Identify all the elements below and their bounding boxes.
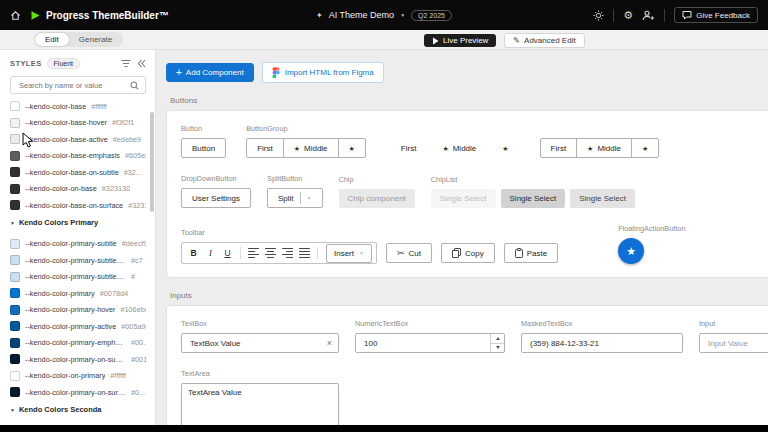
token-search-input[interactable] — [17, 80, 126, 91]
cut-button[interactable]: ✂ Cut — [386, 243, 432, 263]
divider — [664, 9, 665, 22]
invite-user-button[interactable] — [642, 10, 655, 21]
project-badge: Q2 2025 — [411, 10, 452, 21]
project-switcher[interactable]: ✦ AI Theme Demo ▼ Q2 2025 — [316, 0, 452, 30]
token-group-header-secondary[interactable]: ▼ Kendo Colors Seconda — [10, 401, 146, 419]
clear-icon[interactable]: × — [323, 339, 332, 348]
buttons-row-3: Toolbar B I U Insert ▼ — [181, 224, 765, 264]
import-figma-button[interactable]: Import HTML from Figma — [262, 62, 384, 83]
live-preview-button[interactable]: Live Preview — [424, 34, 496, 47]
paste-icon — [515, 248, 523, 258]
textbox-demo: TextBox × — [181, 319, 339, 353]
token-row[interactable]: --kendo-color-primary-subtle-ho... #c7 — [10, 252, 146, 269]
tab-edit[interactable]: Edit — [35, 33, 69, 46]
theme-toggle-button[interactable] — [593, 10, 604, 21]
split-button[interactable]: Split ▼ — [267, 188, 323, 208]
insert-dropdown-button[interactable]: Insert ▼ — [326, 244, 372, 263]
color-swatch — [10, 134, 20, 144]
chip-component[interactable]: Chip component — [339, 189, 415, 208]
token-name: --kendo-color-primary-hover — [25, 305, 115, 314]
bold-button[interactable]: B — [186, 246, 201, 261]
theme-badge[interactable]: Fluent — [47, 58, 80, 69]
align-center-button[interactable] — [263, 246, 278, 261]
maskedtextbox-input[interactable] — [528, 338, 676, 349]
token-row[interactable]: --kendo-color-on-primary #ffffff — [10, 368, 146, 385]
group-button-star[interactable]: ★ — [491, 138, 519, 158]
chat-icon — [682, 10, 692, 20]
token-row[interactable]: --kendo-color-primary-subtle #deecf9 — [10, 236, 146, 253]
align-justify-button[interactable] — [297, 246, 312, 261]
split-button-text: Split — [278, 194, 294, 203]
floating-action-button[interactable]: ★ — [618, 238, 644, 264]
italic-button[interactable]: I — [203, 246, 218, 261]
token-row[interactable]: --kendo-color-base-on-surface #323130 — [10, 197, 146, 214]
settings-button[interactable]: ⚙ — [623, 10, 633, 21]
align-right-button[interactable] — [280, 246, 295, 261]
token-row[interactable]: --kendo-color-primary #0078d4 — [10, 285, 146, 302]
styles-sidebar: STYLES Fluent --kendo-color-base #ffffff… — [0, 50, 156, 425]
maskedtextbox-demo: MaskedTextBox — [521, 319, 683, 353]
token-name: --kendo-color-primary-on-surface — [25, 388, 126, 397]
token-row[interactable]: --kendo-color-base #ffffff — [10, 98, 146, 115]
dropdown-button[interactable]: User Settings — [181, 188, 251, 208]
token-row[interactable]: --kendo-color-primary-on-surface #0... — [10, 384, 146, 401]
textarea-input[interactable]: TextArea Value — [181, 383, 339, 425]
inputs-row-1: TextBox × NumericTextBox MaskedTextBox — [181, 319, 765, 353]
chip-single-select-2[interactable]: Single Select — [501, 189, 566, 208]
tab-generate[interactable]: Generate — [69, 33, 122, 46]
input-input[interactable] — [706, 338, 768, 349]
project-sparkle-icon: ✦ — [316, 11, 323, 20]
align-right-icon — [281, 247, 294, 260]
token-row[interactable]: --kendo-color-primary-on-subtle #001... — [10, 351, 146, 368]
chiplist-demo: ChipList Single Select Single Select Sin… — [431, 175, 635, 208]
sidebar-scrollbar-thumb[interactable] — [150, 112, 154, 212]
token-row[interactable]: --kendo-color-primary-active #005a9e — [10, 318, 146, 335]
token-row[interactable]: --kendo-color-base-hover #f3f2f1 — [10, 115, 146, 132]
group-button-first[interactable]: First — [246, 138, 284, 158]
align-left-button[interactable] — [246, 246, 261, 261]
advanced-edit-label: Advanced Edit — [524, 36, 576, 45]
add-component-button[interactable]: + Add Component — [166, 63, 254, 82]
advanced-edit-button[interactable]: ✎ Advanced Edit — [504, 33, 584, 48]
token-row[interactable]: --kendo-color-base-on-subtle #32... — [10, 164, 146, 181]
group-button-middle[interactable]: ★Middle — [576, 138, 632, 158]
token-row[interactable]: --kendo-color-base-active #edebe9 — [10, 131, 146, 148]
chip-single-select-1[interactable]: Single Select — [431, 189, 496, 208]
group-button-text: Middle — [597, 144, 621, 153]
token-row[interactable]: --kendo-color-primary-subtle-act... # — [10, 269, 146, 286]
token-group-header-primary[interactable]: ▼ Kendo Colors Primary — [10, 214, 146, 232]
spinner-up-button[interactable] — [491, 334, 504, 344]
splitbutton-label: SplitButton — [267, 174, 323, 183]
copy-button[interactable]: Copy — [441, 243, 495, 263]
home-button[interactable] — [10, 10, 21, 21]
group-button-star[interactable]: ★ — [338, 138, 366, 158]
chevron-down-icon[interactable]: ▼ — [307, 195, 312, 201]
group-button-middle[interactable]: ★Middle — [283, 138, 339, 158]
paste-button[interactable]: Paste — [504, 243, 558, 263]
chiplist-label: ChipList — [431, 175, 635, 184]
underline-button[interactable]: U — [220, 246, 235, 261]
collapse-panel-button[interactable] — [137, 59, 146, 68]
button-component[interactable]: Button — [181, 138, 226, 158]
textbox-input[interactable] — [188, 338, 323, 349]
token-row[interactable]: --kendo-color-primary-emphasis #00... — [10, 335, 146, 352]
chip-single-select-3[interactable]: Single Select — [570, 189, 635, 208]
group-button-first[interactable]: First — [540, 138, 578, 158]
numerictextbox-input[interactable] — [362, 338, 486, 349]
color-swatch — [10, 272, 20, 282]
screen: { "header": { "brand": "Progress ThemeBu… — [0, 0, 768, 432]
token-value: #005a9e — [121, 322, 146, 331]
token-row[interactable]: --kendo-color-base-emphasis #605e5c — [10, 148, 146, 165]
filter-button[interactable] — [121, 59, 131, 68]
group-button-star[interactable]: ★ — [631, 138, 659, 158]
toolbar-separator — [240, 247, 241, 259]
token-row[interactable]: --kendo-color-primary-hover #106ebe — [10, 302, 146, 319]
give-feedback-button[interactable]: Give Feedback — [674, 7, 758, 23]
token-name: --kendo-color-primary-active — [25, 322, 116, 331]
group-button-first[interactable]: First — [390, 138, 428, 158]
spinner-down-button[interactable] — [491, 344, 504, 353]
button-label: Button — [181, 124, 226, 133]
brand-name: Progress ThemeBuilder™ — [46, 10, 169, 21]
group-button-middle[interactable]: ★Middle — [431, 138, 487, 158]
token-row[interactable]: --kendo-color-on-base #323130 — [10, 181, 146, 198]
